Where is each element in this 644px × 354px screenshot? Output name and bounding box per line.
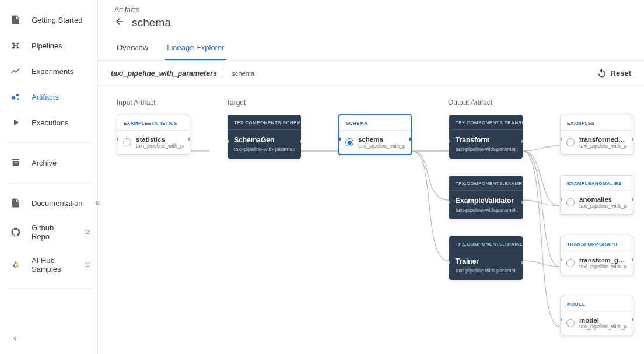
- nav-artifacts[interactable]: Artifacts: [0, 84, 97, 110]
- radio-icon[interactable]: [123, 138, 131, 146]
- nav-label: Github Repo: [32, 223, 72, 241]
- nav-documentation[interactable]: Documentation: [0, 190, 97, 216]
- nav-experiments[interactable]: Experiments: [0, 58, 97, 84]
- card-subtitle: taxi_pipeline_with_parameters: [358, 143, 405, 149]
- check-icon: [10, 66, 21, 76]
- card-title: statistics: [136, 136, 184, 143]
- nav-executions[interactable]: Executions: [0, 110, 97, 135]
- radio-icon[interactable]: [566, 198, 575, 206]
- external-link-icon: [85, 228, 90, 237]
- artifact-crumb[interactable]: schema: [226, 70, 254, 77]
- nav-archive[interactable]: Archive: [0, 150, 97, 176]
- reset-button[interactable]: Reset: [597, 68, 631, 78]
- flow-icon: [10, 40, 21, 51]
- consumer-card-examplevalidator[interactable]: TFX.COMPONENTS.EXAMPLE_VALIDATOR Example…: [449, 176, 523, 219]
- card-title: Transform: [456, 136, 516, 144]
- reset-icon: [597, 68, 607, 78]
- hub-icon: [10, 260, 21, 270]
- col-header-output: Output Artifact: [448, 99, 644, 107]
- card-title: schema: [358, 136, 405, 143]
- card-eyebrow: TRANSFORMGRAPH: [561, 236, 633, 251]
- radio-icon[interactable]: [345, 138, 354, 146]
- tab-lineage-explorer[interactable]: Lineage Explorer: [164, 36, 226, 60]
- card-title: SchemaGen: [234, 136, 295, 144]
- nav-label: Archive: [32, 159, 57, 167]
- pipeline-crumb[interactable]: taxi_pipeline_with_parameters: [111, 69, 223, 78]
- reset-label: Reset: [611, 69, 631, 78]
- card-subtitle: taxi_pipeline_with_parameters: [579, 324, 627, 330]
- consumer-card-trainer[interactable]: TFX.COMPONENTS.TRAINER Trainer taxi-pipe…: [449, 236, 523, 280]
- back-icon[interactable]: [114, 16, 125, 29]
- divider: [6, 288, 92, 289]
- output-card-transformgraph[interactable]: TRANSFORMGRAPH transform_graph taxi_pipe…: [560, 236, 634, 275]
- nav-label: Pipelines: [32, 41, 62, 50]
- card-subtitle: taxi-pipeline-with-parameters-j29rn: [234, 146, 295, 152]
- main-panel: Artifacts schema Overview Lineage Explor…: [98, 0, 644, 354]
- nav-label: Executions: [32, 118, 69, 127]
- card-title: model: [579, 317, 627, 324]
- tab-overview[interactable]: Overview: [114, 36, 150, 60]
- card-subtitle: taxi_pipeline_with_parameters: [579, 264, 627, 269]
- col-header-target: Target: [226, 99, 448, 107]
- consumer-card-transform[interactable]: TFX.COMPONENTS.TRANSFORM Transform taxi-…: [449, 115, 523, 159]
- svg-point-0: [12, 96, 15, 100]
- svg-point-2: [17, 98, 19, 100]
- header: Artifacts schema: [98, 0, 644, 36]
- card-title: transformed_examples: [579, 136, 627, 143]
- output-card-model[interactable]: MODEL model taxi_pipeline_with_parameter…: [560, 296, 634, 335]
- archive-icon: [10, 157, 21, 168]
- card-subtitle: taxi_pipeline_with_parameters: [579, 143, 627, 149]
- card-subtitle: taxi-pipeline-with-parameters-j29rn: [456, 268, 516, 274]
- card-title: Trainer: [456, 257, 516, 265]
- sidebar: Getting Started Pipelines Experiments Ar…: [0, 0, 98, 354]
- card-subtitle: taxi-pipeline-with-parameters-j29rn: [456, 146, 516, 152]
- tabs: Overview Lineage Explorer: [98, 36, 644, 61]
- breadcrumb[interactable]: Artifacts: [114, 6, 628, 14]
- lineage-canvas[interactable]: Input Artifact Target Output Artifact: [98, 86, 644, 354]
- play-icon: [10, 117, 21, 128]
- page-title: schema: [132, 16, 171, 29]
- nav-github[interactable]: Github Repo: [0, 216, 97, 248]
- svg-point-1: [16, 94, 19, 97]
- collapse-sidebar-button[interactable]: [0, 325, 97, 354]
- external-link-icon: [85, 261, 90, 269]
- radio-icon[interactable]: [566, 259, 575, 267]
- nav-label: Documentation: [32, 199, 82, 208]
- nav-getting-started[interactable]: Getting Started: [0, 7, 97, 33]
- github-icon: [10, 227, 21, 237]
- card-eyebrow: EXAMPLES: [561, 115, 633, 131]
- card-subtitle: taxi_pipeline_with_parameters: [579, 203, 627, 209]
- context-bar: taxi_pipeline_with_parameters schema Res…: [98, 61, 644, 86]
- card-title: ExampleValidator: [456, 197, 516, 205]
- card-eyebrow: TFX.COMPONENTS.SCHEMA_GEN: [228, 115, 301, 130]
- divider: [6, 142, 92, 143]
- card-eyebrow: EXAMPLEANOMALIES: [561, 176, 633, 191]
- radio-icon[interactable]: [566, 319, 575, 327]
- card-subtitle: taxi_pipeline_with_parameters: [136, 143, 184, 149]
- doc-icon: [10, 198, 21, 208]
- bubbles-icon: [10, 92, 21, 102]
- nav-label: Experiments: [32, 67, 74, 76]
- card-eyebrow: TFX.COMPONENTS.TRANSFORM: [449, 115, 523, 130]
- doc-icon: [10, 15, 21, 25]
- card-title: transform_graph: [579, 257, 627, 264]
- output-card-examples[interactable]: EXAMPLES transformed_examples taxi_pipel…: [560, 115, 634, 155]
- input-artifact-card[interactable]: EXAMPLESTATISTICS statistics taxi_pipeli…: [117, 115, 190, 155]
- radio-icon[interactable]: [566, 138, 575, 146]
- target-artifact-card[interactable]: SCHEMA schema taxi_pipeline_with_paramet…: [338, 114, 412, 155]
- nav-pipelines[interactable]: Pipelines: [0, 33, 97, 58]
- card-eyebrow: TFX.COMPONENTS.TRAINER: [449, 236, 523, 251]
- output-card-anomalies[interactable]: EXAMPLEANOMALIES anomalies taxi_pipeline…: [560, 175, 634, 215]
- card-eyebrow: MODEL: [561, 296, 633, 311]
- nav-label: Artifacts: [32, 93, 59, 101]
- creator-execution-card[interactable]: TFX.COMPONENTS.SCHEMA_GEN SchemaGen taxi…: [228, 115, 301, 159]
- nav-label: Getting Started: [32, 16, 82, 24]
- nav-aihub[interactable]: AI Hub Samples: [0, 248, 97, 281]
- divider: [6, 183, 92, 183]
- card-title: anomalies: [579, 196, 627, 203]
- nav-label: AI Hub Samples: [32, 256, 72, 274]
- card-eyebrow: TFX.COMPONENTS.EXAMPLE_VALIDATOR: [449, 176, 523, 191]
- card-subtitle: taxi-pipeline-with-parameters-j29rn: [456, 207, 516, 213]
- card-eyebrow: SCHEMA: [340, 115, 411, 131]
- card-eyebrow: EXAMPLESTATISTICS: [117, 115, 190, 131]
